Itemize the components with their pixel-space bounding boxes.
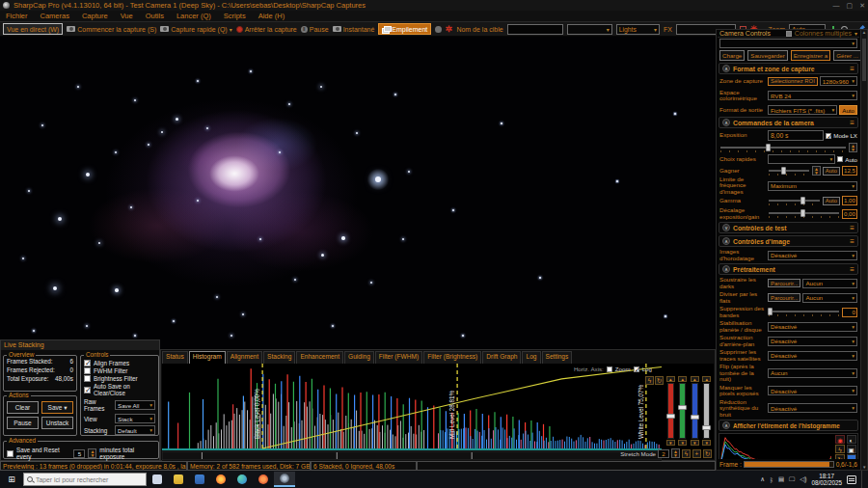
menu-item-scripts[interactable]: Scripts	[224, 12, 246, 20]
menu-item-fichier[interactable]: Fichier	[6, 12, 28, 20]
fwhm-filter-checkbox[interactable]	[84, 367, 91, 374]
tab-alignment[interactable]: Alignment	[227, 351, 262, 364]
tab-drift-graph[interactable]: Drift Graph	[482, 351, 521, 364]
colour-space-select[interactable]: RVB 24	[768, 91, 857, 100]
output-auto-button[interactable]: Auto	[839, 105, 857, 115]
chevron-down-icon[interactable]: ▾	[854, 30, 857, 37]
lx-mode-checkbox[interactable]	[826, 133, 831, 139]
tab-status[interactable]: Status	[162, 351, 188, 364]
section-capture-format[interactable]: ∧Format et zone de capture≡	[719, 63, 858, 74]
stretch-mode-spinner[interactable]: ▲▼	[671, 448, 680, 458]
preprocess-select[interactable]: Désactivé	[768, 322, 857, 332]
zoom-axis-checkbox[interactable]	[607, 366, 612, 372]
tab-filter-brightness-[interactable]: Filter (Brightness)	[423, 351, 481, 364]
exposure-input[interactable]: 8,00 s	[768, 130, 824, 141]
section-test-controls[interactable]: ∨Contrôles de test≡	[719, 222, 858, 233]
show-desktop-button[interactable]	[861, 471, 864, 488]
chevron-down-icon[interactable]: ▾	[230, 26, 232, 33]
maximize-button[interactable]: ▢	[847, 2, 854, 10]
save-reset-minutes[interactable]: 5	[73, 449, 85, 458]
frame-type-select[interactable]: Lights	[616, 24, 660, 35]
output-format-select[interactable]: Fichiers FITS (* .fits)	[768, 105, 837, 115]
menu-item-outils[interactable]: Outils	[146, 12, 164, 20]
browse-button[interactable]: Parcourir...	[768, 279, 800, 287]
tab-filter-fwhm-[interactable]: Filter (FWHM)	[375, 351, 422, 364]
save-as-profile-button[interactable]: Enregistrer a	[791, 50, 830, 61]
quick-capture-button[interactable]: Capture rapide (Q)▾	[160, 26, 231, 33]
menu-item-capture[interactable]: Capture	[82, 12, 108, 20]
pause-button[interactable]: ‖Pause	[301, 26, 329, 33]
tab-histogram[interactable]: Histogram	[189, 351, 226, 364]
preprocess-select[interactable]: Désactivé	[768, 351, 857, 361]
taskbar-icon-firefox[interactable]	[210, 472, 231, 487]
preprocess-select[interactable]: Aucun	[802, 279, 857, 288]
tab-guiding[interactable]: Guiding	[344, 351, 374, 364]
tray-display-icon[interactable]: 🖵	[789, 475, 795, 483]
target-name-input[interactable]	[507, 24, 563, 35]
taskbar-icon-photos[interactable]	[253, 472, 274, 487]
stretch-mode-value[interactable]: 2	[658, 449, 669, 458]
panel-scrollbar[interactable]: ▲▼	[860, 30, 867, 470]
notification-icon[interactable]	[847, 475, 856, 484]
stacking-select[interactable]: Default	[115, 425, 155, 435]
close-button[interactable]: ✕	[859, 2, 865, 10]
apply-stretch-button[interactable]: +	[692, 449, 701, 458]
browse-button[interactable]: Parcourir...	[768, 293, 800, 302]
section-preprocessing[interactable]: ∧Prétraitement≡	[719, 263, 858, 275]
tray-expand-icon[interactable]: ∧	[760, 475, 765, 483]
gain-slider[interactable]	[768, 167, 810, 176]
taskbar-icon-store[interactable]	[189, 472, 210, 487]
align-frames-checkbox[interactable]	[84, 360, 91, 366]
taskbar-search[interactable]	[23, 473, 147, 486]
menu-icon[interactable]: ≡	[850, 119, 854, 127]
timestamp-select[interactable]: Désactivé	[768, 251, 857, 260]
offset-slider[interactable]	[768, 209, 840, 218]
preprocess-select[interactable]: Aucun	[802, 293, 857, 303]
raw-frames-select[interactable]: Save All	[115, 400, 155, 410]
tray-usb-icon[interactable]: ᛒ	[770, 476, 773, 483]
clear-button[interactable]: Clear	[7, 401, 39, 414]
select-roi-button[interactable]: Sélectionnez ROI	[768, 77, 818, 86]
exposure-auto-checkbox[interactable]	[837, 156, 843, 162]
taskbar-icon-task-view[interactable]	[147, 472, 168, 487]
power-icon[interactable]: ◉	[835, 435, 845, 444]
live-view-button[interactable]: Vue en direct (W)	[3, 23, 63, 35]
gamma-auto-button[interactable]: Auto	[823, 197, 840, 205]
auto-save-on-clear-close-checkbox[interactable]	[84, 387, 91, 393]
menu-item-vue[interactable]: Vue	[121, 12, 133, 20]
menu-item-lancer-q-[interactable]: Lancer (Q)	[176, 12, 211, 20]
menu-icon[interactable]: ≡	[850, 65, 854, 73]
profile-select[interactable]	[719, 39, 857, 48]
view-select[interactable]: Stack	[115, 414, 155, 423]
save-reset-checkbox[interactable]	[7, 450, 14, 457]
lightning-icon[interactable]: ϟ	[835, 445, 845, 453]
pause-stack-button[interactable]: Pause	[7, 417, 39, 429]
multi-columns-checkbox[interactable]	[786, 31, 792, 37]
quick-picks-select[interactable]	[768, 154, 835, 164]
fps-limit-select[interactable]: Maximum	[768, 181, 857, 191]
green-level-slider[interactable]: ▲▼	[678, 376, 689, 446]
minutes-spinner[interactable]: ▲▼	[88, 448, 96, 458]
start-button[interactable]: ⊞	[0, 474, 23, 484]
taskbar-icon-sharpcap[interactable]	[274, 472, 295, 487]
menu-icon[interactable]: ≡	[850, 265, 854, 274]
menu-item-cameras[interactable]: Cameras	[41, 12, 69, 20]
blue-level-slider[interactable]: ▲▼	[690, 376, 700, 446]
reset-stretch-icon[interactable]: ↻	[655, 376, 664, 385]
taskbar-clock[interactable]: 18:1708/02/2025	[811, 473, 842, 486]
stop-capture-button[interactable]: Arrêter la capture	[236, 26, 297, 33]
banding-slider[interactable]	[768, 308, 840, 316]
load-profile-button[interactable]: Charge	[719, 50, 745, 61]
gain-spinner[interactable]: ▲▼	[812, 166, 821, 176]
gamma-slider[interactable]	[768, 197, 821, 205]
red-level-slider[interactable]: ▲▼	[665, 376, 676, 446]
save-button[interactable]: Save ▾	[41, 401, 73, 414]
preprocess-select[interactable]: Aucun	[768, 368, 857, 378]
menu-icon[interactable]: ≡	[850, 237, 854, 246]
live-image-view[interactable]	[0, 37, 716, 349]
preprocess-select[interactable]: Désactivé	[768, 386, 857, 395]
lock-icon[interactable]: ▣	[847, 445, 856, 453]
search-input[interactable]	[36, 476, 143, 483]
preprocess-select[interactable]: Désactivé	[768, 403, 857, 413]
snapshot-button[interactable]: Instantané	[333, 26, 375, 33]
